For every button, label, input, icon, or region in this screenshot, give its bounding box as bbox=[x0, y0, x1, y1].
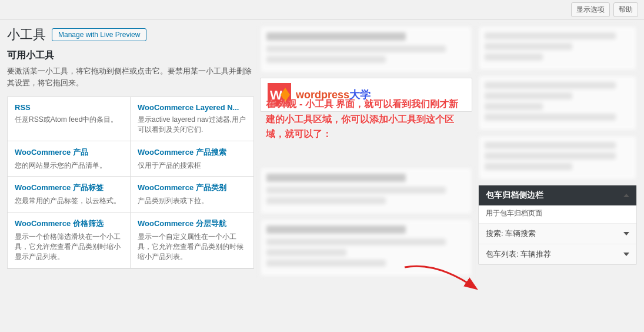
sidebar-collapse-icon[interactable] bbox=[623, 194, 629, 197]
widget-cell-product-tags[interactable]: WooCommerce 产品标签 您最常用的产品标签，以云格式。 bbox=[8, 177, 131, 213]
widget-name-product-cats: WooCommerce 产品类别 bbox=[138, 182, 246, 193]
widget-name-product-search: WooCommerce 产品搜索 bbox=[138, 147, 246, 158]
widget-cell-price-filter[interactable]: WooCommerce 价格筛选 显示一个价格筛选滑块在一个小工具，它允许您查看… bbox=[8, 213, 131, 268]
top-bar: 显示选项 帮助 bbox=[0, 0, 644, 20]
widget-desc-product-tags: 您最常用的产品标签，以云格式。 bbox=[15, 196, 123, 206]
widget-cell-product-search[interactable]: WooCommerce 产品搜索 仅用于产品的搜索框 bbox=[131, 141, 253, 177]
widget-desc-rss: 任意RSS或Atom feed中的条目。 bbox=[15, 115, 123, 125]
right-panel: 包车归档侧边栏 用于包车归档页面 搜索: 车辆搜索 包车列表: 车辆推荐 bbox=[478, 26, 637, 326]
widget-desc-products: 您的网站显示您的产品清单。 bbox=[15, 161, 123, 171]
blurred-right-block-1 bbox=[478, 26, 637, 71]
widget-desc-price-filter: 显示一个价格筛选滑块在一个小工具，它允许您查看产品类别时缩小显示产品列表。 bbox=[15, 232, 123, 261]
help-button[interactable]: 帮助 bbox=[613, 2, 638, 17]
widget-cell-products[interactable]: WooCommerce 产品 您的网站显示您的产品清单。 bbox=[8, 141, 131, 177]
widget-grid: RSS 任意RSS或Atom feed中的条目。 WooCommerce Lay… bbox=[7, 97, 254, 269]
widget-desc-product-cats: 产品类别列表或下拉。 bbox=[138, 196, 246, 206]
widget-name-layered-nav2: WooCommerce 分层导航 bbox=[138, 218, 246, 229]
sidebar-widget-header[interactable]: 包车归档侧边栏 bbox=[479, 185, 636, 205]
main-content: 小工具 Manage with Live Preview 可用小工具 要激活某一… bbox=[0, 20, 644, 332]
widget-cell-layered-nav2[interactable]: WooCommerce 分层导航 显示一个自定义属性在一个小工具，它允许您查看产… bbox=[131, 213, 253, 268]
widget-cell-product-cats[interactable]: WooCommerce 产品类别 产品类别列表或下拉。 bbox=[131, 177, 253, 213]
widget-desc-layered-nav: 显示active layered nav过滤器,用户可以看到及关闭它们. bbox=[138, 115, 246, 135]
widget-name-product-tags: WooCommerce 产品标签 bbox=[15, 182, 123, 193]
widget-cell-rss[interactable]: RSS 任意RSS或Atom feed中的条目。 bbox=[8, 97, 131, 141]
middle-panel: W wordpress大学 在 外观 - 小工具 界面，就可以看到我们刚才新建的… bbox=[260, 26, 472, 326]
sidebar-widget-item-search[interactable]: 搜索: 车辆搜索 bbox=[479, 224, 636, 244]
widget-desc-layered-nav2: 显示一个自定义属性在一个小工具，它允许您查看产品类别的时候缩小产品列表。 bbox=[138, 232, 246, 261]
sidebar-item-search-label: 搜索: 车辆搜索 bbox=[486, 228, 536, 239]
sidebar-item-list-label: 包车列表: 车辆推荐 bbox=[486, 249, 551, 260]
sidebar-item-search-expand-icon[interactable] bbox=[623, 232, 629, 235]
widget-name-price-filter: WooCommerce 价格筛选 bbox=[15, 218, 123, 229]
live-preview-button[interactable]: Manage with Live Preview bbox=[52, 28, 146, 41]
title-text: 小工具 bbox=[7, 26, 46, 44]
widget-cell-layered-nav[interactable]: WooCommerce Layered N... 显示active layere… bbox=[131, 97, 253, 141]
sidebar-title-text: 包车归档侧边栏 bbox=[486, 190, 543, 201]
widget-desc-product-search: 仅用于产品的搜索框 bbox=[138, 161, 246, 171]
description-text: 要激活某一小工具，将它拖动到侧栏或点击它。要禁用某一小工具并删除其设置，将它拖回… bbox=[7, 65, 254, 88]
sidebar-widget-area: 包车归档侧边栏 用于包车归档页面 搜索: 车辆搜索 包车列表: 车辆推荐 bbox=[478, 185, 637, 265]
sidebar-widget-subtext: 用于包车归档页面 bbox=[479, 205, 636, 224]
blurred-right-block-3 bbox=[478, 135, 637, 180]
display-options-button[interactable]: 显示选项 bbox=[571, 2, 610, 17]
widget-name-products: WooCommerce 产品 bbox=[15, 147, 123, 158]
annotation-box: 在 外观 - 小工具 界面，就可以看到我们刚才新建的小工具区域，你可以添加小工具… bbox=[266, 97, 466, 142]
annotation-arrow-icon bbox=[402, 255, 478, 297]
page-wrapper: 显示选项 帮助 小工具 Manage with Live Preview 可用小… bbox=[0, 0, 644, 332]
sidebar-item-list-expand-icon[interactable] bbox=[623, 253, 629, 256]
blurred-widget-top-1 bbox=[260, 26, 472, 73]
section-title: 可用小工具 bbox=[7, 49, 254, 62]
blurred-right-block-2 bbox=[478, 75, 637, 131]
widget-name-rss: RSS bbox=[15, 103, 123, 112]
widget-name-layered-nav: WooCommerce Layered N... bbox=[138, 103, 246, 112]
annotation-text: 在 外观 - 小工具 界面，就可以看到我们刚才新建的小工具区域，你可以添加小工具… bbox=[266, 97, 466, 142]
sidebar-widget-item-list[interactable]: 包车列表: 车辆推荐 bbox=[479, 244, 636, 264]
left-panel: 小工具 Manage with Live Preview 可用小工具 要激活某一… bbox=[7, 26, 254, 326]
page-title: 小工具 Manage with Live Preview bbox=[7, 26, 254, 44]
blurred-widget-bottom-1 bbox=[260, 167, 472, 214]
